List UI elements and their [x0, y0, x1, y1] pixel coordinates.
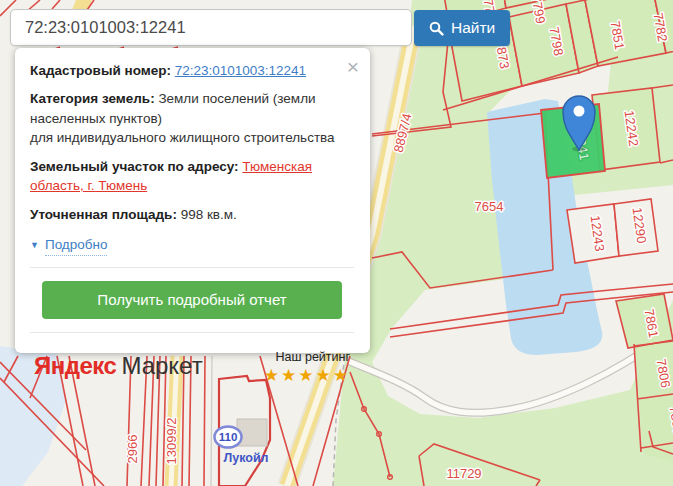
parcel-label: 11729	[446, 466, 481, 481]
search-icon	[429, 21, 444, 36]
cadastral-number-link[interactable]: 72:23:0101003:12241	[175, 63, 306, 78]
address-label: Земельный участок по адресу:	[30, 159, 239, 174]
brand-primary: Яндекс	[34, 352, 116, 379]
yandex-market-logo[interactable]: ЯндексМаркет	[34, 353, 203, 379]
search-button[interactable]: Найти	[414, 10, 510, 46]
search-button-label: Найти	[451, 19, 495, 37]
divider	[30, 332, 354, 333]
panel-footer: ЯндексМаркет Наш рейтинг ★★★★★	[30, 344, 354, 386]
parcel-label: 2966	[125, 435, 140, 464]
area-value: 998 кв.м.	[181, 207, 237, 222]
details-toggle-label: Подробно	[45, 235, 108, 255]
parcel-label: 7654	[475, 199, 504, 214]
cadastral-number-row: Кадастровый номер: 72:23:0101003:12241	[30, 61, 354, 80]
info-panel: × Кадастровый номер: 72:23:0101003:12241…	[15, 48, 370, 353]
cadastral-number-label: Кадастровый номер:	[30, 63, 171, 78]
pin-center-dot	[574, 106, 585, 117]
land-category-label: Категория земель:	[30, 91, 155, 106]
area-row: Уточненная площадь: 998 кв.м.	[30, 205, 354, 224]
cadastral-map-app: 110 Лукойл 12241778177997873779878517782…	[0, 0, 673, 486]
search-bar: Найти	[10, 9, 510, 46]
parcel-label: 13099/2	[164, 418, 179, 465]
fuel-station-label[interactable]: Лукойл	[223, 451, 268, 465]
search-input[interactable]	[10, 9, 412, 46]
close-icon[interactable]: ×	[347, 56, 359, 77]
area-label: Уточненная площадь:	[30, 207, 177, 222]
brand-secondary: Маркет	[121, 352, 202, 379]
land-use-value: для индивидуального жилищного строительс…	[30, 128, 354, 147]
chevron-down-icon: ▼	[30, 239, 39, 252]
land-category-row: Категория земель: Земли поселений (земли…	[30, 89, 354, 147]
rating-block: Наш рейтинг ★★★★★	[264, 348, 350, 386]
road-number-text: 110	[219, 431, 238, 443]
details-toggle[interactable]: ▼ Подробно	[30, 235, 107, 255]
report-button[interactable]: Получить подробный отчет	[42, 281, 342, 319]
address-row: Земельный участок по адресу: Тюменская о…	[30, 157, 354, 196]
rating-label: Наш рейтинг	[264, 348, 350, 366]
rating-stars: ★★★★★	[264, 366, 350, 386]
divider	[30, 267, 354, 268]
